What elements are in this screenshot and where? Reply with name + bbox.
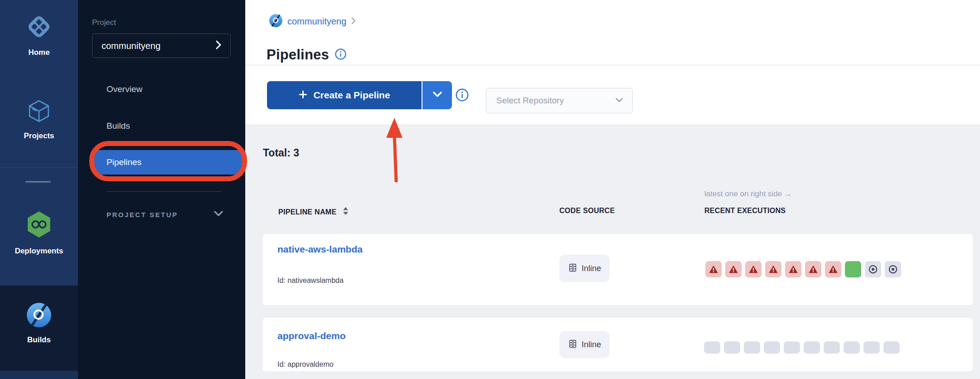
column-header-recent-executions: RECENT EXECUTIONS (704, 207, 786, 215)
home-icon (0, 13, 78, 43)
pipelines-list-area: Total: 3 PIPELINE NAME CODE SOURCE lates… (245, 125, 980, 379)
rail-item-deployments[interactable]: Deployments (0, 209, 78, 256)
inline-store-icon (568, 339, 577, 350)
execution-empty-icon (844, 341, 860, 354)
rail-collapse-handle[interactable] (25, 181, 51, 183)
main-content: communityeng Pipelines (245, 0, 980, 379)
chevron-right-icon (215, 40, 222, 52)
pipeline-name-link[interactable]: native-aws-lambda (277, 244, 363, 255)
total-count: Total: 3 (263, 147, 299, 159)
sidebar-item-pipelines-label: Pipelines (107, 157, 141, 167)
header-divider (245, 65, 980, 65)
module-rail: Home Projects Deployments (0, 0, 78, 379)
execution-failed-icon[interactable] (785, 261, 801, 277)
sort-icon (343, 207, 349, 217)
project-selector[interactable]: communityeng (92, 34, 231, 58)
breadcrumb-project-link[interactable]: communityeng (287, 16, 346, 27)
project-sidebar: Project communityeng Overview Builds Pip… (78, 0, 245, 379)
code-source-label: Inline (582, 264, 601, 273)
execution-empty-icon (784, 341, 800, 354)
plus-icon (298, 90, 308, 101)
create-pipeline-button[interactable]: Create a Pipeline (267, 81, 452, 109)
create-pipeline-main[interactable]: Create a Pipeline (267, 81, 422, 109)
pipeline-row-approval-demo[interactable]: approval-demo Id: approvaldemo Inline (263, 318, 973, 371)
sidebar-item-builds-label: Builds (107, 121, 130, 131)
repository-select-placeholder: Select Repository (496, 96, 564, 106)
sidebar-item-overview-label: Overview (107, 84, 142, 94)
rail-label-deployments: Deployments (0, 247, 78, 256)
rail-label-home: Home (0, 48, 78, 57)
title-info-icon[interactable] (335, 48, 347, 62)
chevron-down-icon (213, 210, 223, 219)
app-window: Home Projects Deployments (0, 0, 980, 379)
execution-empty-icon (744, 341, 760, 354)
page-title-row: Pipelines (267, 47, 347, 63)
execution-failed-icon[interactable] (745, 261, 762, 277)
pipeline-id: Id: approvaldemo (277, 360, 334, 369)
create-pipeline-label: Create a Pipeline (313, 90, 390, 101)
execution-failed-icon[interactable] (725, 261, 742, 277)
execution-failed-icon[interactable] (765, 261, 781, 277)
column-header-pipeline-name[interactable]: PIPELINE NAME (278, 207, 349, 217)
create-pipeline-dropdown[interactable] (422, 81, 452, 109)
code-source-badge: Inline (559, 255, 610, 282)
breadcrumb-chevron-icon (351, 17, 356, 27)
recent-executions (705, 261, 901, 277)
executions-order-hint: latest one on right side → (704, 190, 792, 199)
breadcrumb: communityeng (269, 14, 356, 29)
code-source-badge: Inline (559, 331, 610, 358)
execution-empty-icon (704, 341, 720, 354)
execution-empty-icon (804, 341, 820, 354)
execution-stopped-icon[interactable] (885, 261, 901, 277)
rail-label-builds: Builds (0, 335, 78, 345)
execution-empty-icon (724, 341, 740, 354)
recent-executions (704, 341, 900, 354)
sidebar-item-pipelines-active[interactable]: Pipelines (94, 150, 243, 175)
execution-success-icon[interactable] (845, 261, 861, 277)
sidebar-item-overview[interactable]: Overview (107, 82, 142, 97)
execution-empty-icon (883, 341, 900, 354)
toolbar-info-icon[interactable] (455, 88, 469, 104)
rail-divider (0, 167, 78, 168)
rail-label-projects: Projects (0, 131, 78, 141)
chevron-down-icon (432, 91, 443, 100)
projects-cube-icon (0, 98, 78, 126)
sidebar-divider (107, 191, 222, 192)
builds-icon (0, 302, 78, 330)
project-setup-label: PROJECT SETUP (107, 211, 178, 219)
inline-store-icon (568, 263, 577, 274)
pipeline-row-native-aws-lambda[interactable]: native-aws-lambda Id: nativeawslambda In… (263, 234, 973, 305)
column-header-code-source: CODE SOURCE (559, 207, 615, 215)
execution-empty-icon (764, 341, 780, 354)
execution-failed-icon[interactable] (705, 261, 722, 277)
pipeline-id: Id: nativeawslambda (277, 277, 344, 285)
code-source-label: Inline (582, 340, 601, 350)
deployments-icon (0, 209, 78, 241)
project-setup-toggle[interactable]: PROJECT SETUP (107, 210, 223, 219)
project-avatar-icon (269, 14, 283, 29)
project-selector-value: communityeng (102, 41, 160, 51)
column-header-pipeline-name-label: PIPELINE NAME (278, 208, 336, 216)
chevron-down-icon (615, 97, 623, 105)
project-section-label: Project (92, 18, 116, 27)
execution-failed-icon[interactable] (825, 261, 841, 277)
rail-item-home[interactable]: Home (0, 13, 78, 57)
execution-stopped-icon[interactable] (865, 261, 881, 277)
execution-failed-icon[interactable] (805, 261, 821, 277)
sidebar-item-builds[interactable]: Builds (107, 119, 130, 133)
execution-empty-icon (864, 341, 880, 354)
rail-item-projects[interactable]: Projects (0, 98, 78, 141)
execution-empty-icon (824, 341, 840, 354)
page-title: Pipelines (267, 47, 329, 63)
rail-item-builds[interactable]: Builds (0, 302, 78, 345)
repository-select[interactable]: Select Repository (486, 88, 633, 113)
pipeline-name-link[interactable]: approval-demo (277, 330, 346, 341)
rail-next-module-bg (0, 371, 78, 379)
